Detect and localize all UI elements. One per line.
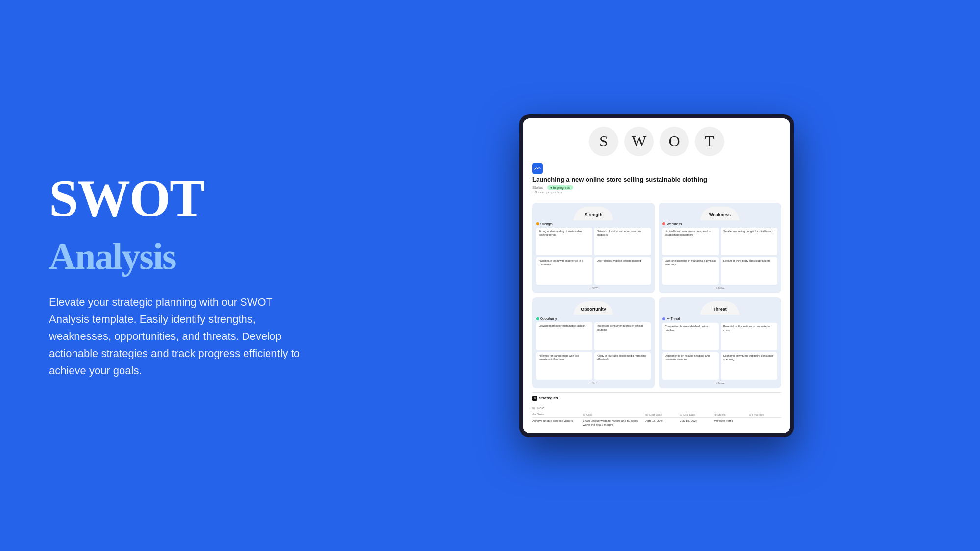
strength-item-4: User-friendly website design planned xyxy=(594,257,651,285)
weakness-title: Weakness xyxy=(709,212,731,217)
strategies-section: ✕ Strategies ⊞ Table Aa Name ⊕ Goal ⊞ St… xyxy=(532,392,781,429)
opportunity-arch: Opportunity xyxy=(536,301,651,315)
threat-new-btn[interactable]: + New xyxy=(662,382,777,384)
cell-name: Achieve unique website visitors xyxy=(532,419,581,427)
more-properties[interactable]: ↓ 3 more properties xyxy=(532,191,781,194)
hero-description: Elevate your strategic planning with our… xyxy=(49,293,314,380)
threat-item-1: Competition from established online reta… xyxy=(662,323,719,350)
strength-item-2: Network of ethical and eco-conscious sup… xyxy=(594,228,651,255)
opportunity-item-1: Growing market for sustainable fashion xyxy=(536,322,592,350)
left-panel: SWOT Analysis Elevate your strategic pla… xyxy=(0,133,353,419)
strength-item-1: Strong understanding of sustainable clot… xyxy=(536,228,592,255)
opportunity-items: Growing market for sustainable fashion I… xyxy=(536,322,651,380)
table-tag: ⊞ Table xyxy=(532,407,544,410)
threat-dot xyxy=(662,317,665,320)
weakness-item-4: Reliant on third-party logistics provide… xyxy=(721,257,777,285)
cell-metric: Website traffic xyxy=(714,419,747,427)
strength-card: Strength Strength Strong understanding o… xyxy=(532,203,655,294)
col-header-end: ⊞ End Date xyxy=(680,413,712,416)
table-row: Achieve unique website visitors 1,000 un… xyxy=(532,418,781,429)
threat-title: Threat xyxy=(713,307,727,311)
weakness-arch-shape: Weakness xyxy=(700,207,739,220)
weakness-card: Weakness Weakness Limited brand awarenes… xyxy=(659,203,781,294)
col-header-final: ⊕ Final Res xyxy=(749,413,781,416)
status-label: Status xyxy=(532,185,543,190)
letter-s: S xyxy=(589,127,618,156)
doc-icon xyxy=(532,163,543,174)
opportunity-title: Opportunity xyxy=(581,307,606,311)
col-header-goal: ⊕ Goal xyxy=(583,413,643,416)
swot-grid: Strength Strength Strong understanding o… xyxy=(532,203,781,388)
strength-item-3: Passionate team with experience in e-com… xyxy=(536,257,592,285)
strength-arch-shape: Strength xyxy=(574,207,613,220)
cell-start: April 15, 2024 xyxy=(645,419,678,427)
threat-items: Competition from established online reta… xyxy=(662,323,777,380)
opportunity-card: Opportunity Opportunity Growing market f… xyxy=(532,297,655,388)
doc-header: Launching a new online store selling sus… xyxy=(532,163,781,194)
strength-new-btn[interactable]: + New xyxy=(536,287,651,289)
letter-o: O xyxy=(660,127,689,156)
col-header-name: Aa Name xyxy=(532,413,581,416)
strength-items: Strong understanding of sustainable clot… xyxy=(536,228,651,285)
right-panel: S W O T Launching a new online store xyxy=(353,85,980,467)
opportunity-item-3: Potential for partnerships with eco-cons… xyxy=(536,352,592,380)
strength-title: Strength xyxy=(585,212,603,217)
screen-inner: S W O T Launching a new online store xyxy=(523,118,790,433)
swot-text: SWOT xyxy=(49,169,204,227)
threat-item-2: Potential for fluctuations in raw materi… xyxy=(721,323,777,350)
table-label: Table xyxy=(537,407,544,410)
weakness-tag: Weakness xyxy=(662,222,777,226)
analysis-text: Analysis xyxy=(49,236,176,277)
strength-dot xyxy=(536,222,539,225)
weakness-items: Limited brand awareness compared to esta… xyxy=(662,228,777,285)
weakness-arch: Weakness xyxy=(662,207,777,220)
status-badge: ● in progress xyxy=(547,185,573,190)
threat-tag: ✏ Threat xyxy=(662,317,777,321)
threat-card: Threat ✏ Threat Competition from establi… xyxy=(659,297,781,388)
swot-letters-row: S W O T xyxy=(532,127,781,156)
col-header-start: ⊞ Start Date xyxy=(645,413,678,416)
tablet-screen: S W O T Launching a new online store xyxy=(523,118,790,433)
strategies-icon: ✕ xyxy=(532,396,537,401)
cell-end: July 15, 2024 xyxy=(680,419,712,427)
tablet-frame: S W O T Launching a new online store xyxy=(519,114,794,437)
opportunity-new-btn[interactable]: + New xyxy=(536,382,651,384)
weakness-dot xyxy=(662,222,665,225)
doc-title: Launching a new online store selling sus… xyxy=(532,176,781,183)
hero-title: SWOT Analysis xyxy=(49,172,314,278)
cell-goal: 1,000 unique website visitors and 50 sal… xyxy=(583,419,643,427)
letter-w: W xyxy=(624,127,654,156)
status-row: Status ● in progress xyxy=(532,185,781,190)
threat-arch: Threat xyxy=(662,301,777,315)
weakness-item-1: Limited brand awareness compared to esta… xyxy=(662,228,719,255)
opportunity-arch-shape: Opportunity xyxy=(574,301,613,315)
strategies-title: Strategies xyxy=(539,396,558,400)
opportunity-item-2: Increasing consumer interest in ethical … xyxy=(594,322,651,350)
weakness-new-btn[interactable]: + New xyxy=(662,287,777,289)
col-header-metric: ⊕ Metric xyxy=(714,413,747,416)
strength-tag: Strength xyxy=(536,222,651,226)
weakness-item-2: Smaller marketing budget for initial lau… xyxy=(721,228,777,255)
opportunity-dot xyxy=(536,317,539,320)
threat-arch-shape: Threat xyxy=(700,301,739,315)
strength-arch: Strength xyxy=(536,207,651,220)
opportunity-tag: Opportunity xyxy=(536,317,651,320)
opportunity-item-4: Ability to leverage social media marketi… xyxy=(594,352,651,380)
table-header-row: Aa Name ⊕ Goal ⊞ Start Date ⊞ End Date ⊕… xyxy=(532,412,781,418)
weakness-item-3: Lack of experience in managing a physica… xyxy=(662,257,719,285)
letter-t: T xyxy=(695,127,724,156)
threat-item-3: Dependence on reliable shipping and fulf… xyxy=(662,352,719,380)
strategies-header: ✕ Strategies xyxy=(532,396,781,401)
cell-final xyxy=(749,419,781,427)
threat-item-4: Economic downturns impacting consumer sp… xyxy=(721,352,777,380)
